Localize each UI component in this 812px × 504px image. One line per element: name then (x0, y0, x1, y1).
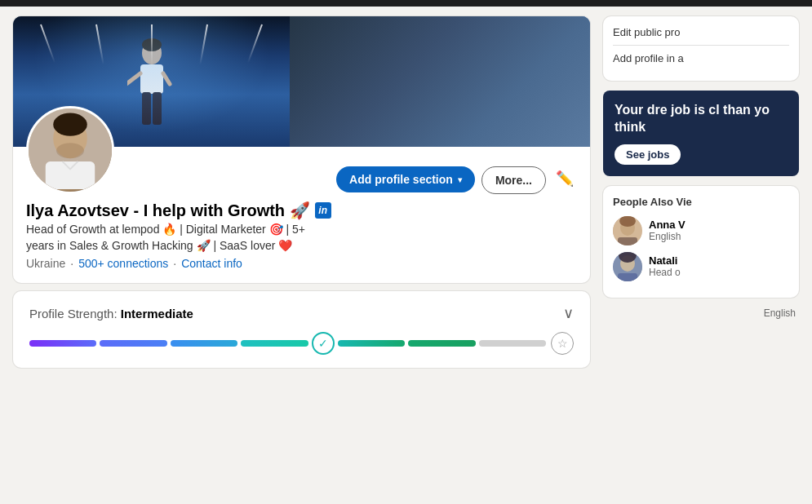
connections-link[interactable]: 500+ connections (78, 257, 168, 270)
svg-rect-29 (46, 161, 95, 189)
strength-level: Intermediate (121, 307, 193, 321)
svg-line-5 (163, 73, 170, 84)
bar-segment-2 (100, 340, 166, 347)
people-also-viewed-section: People Also Vie Anna V English (603, 186, 799, 298)
person-row-anna: Anna V English (613, 216, 789, 245)
person-info-natali: Natali Head o (649, 254, 789, 278)
person-info-anna: Anna V English (649, 219, 789, 242)
strength-label: Profile Strength: Intermediate (29, 307, 193, 321)
headline-line2: years in Sales & Growth Hacking 🚀 | SaaS… (26, 239, 292, 252)
separator-dot-2: · (173, 257, 176, 270)
strength-check-indicator: ✓ (312, 332, 335, 355)
right-card-links: Edit public pro Add profile in a (603, 16, 799, 81)
avatar (26, 106, 114, 194)
edit-public-profile-link[interactable]: Edit public pro (613, 26, 789, 38)
person-avatar-anna (613, 216, 642, 245)
bar-segment-1 (29, 340, 96, 347)
profile-meta: Ukraine · 500+ connections · Contact inf… (26, 257, 577, 270)
bar-segments: ✓ (29, 332, 546, 355)
see-jobs-button[interactable]: See jobs (615, 144, 681, 165)
stage-lights (13, 24, 290, 65)
profile-actions: Add profile section ▾ More... ✏️ (336, 166, 577, 194)
job-advertisement: Your dre job is cl than yo think See job… (603, 91, 799, 176)
svg-rect-6 (142, 92, 151, 125)
cover-right (290, 16, 590, 147)
stage-light (40, 24, 55, 64)
profile-header: Ilya Azovtsev - I help with Growth 🚀 in … (26, 201, 577, 270)
person-name-anna: Anna V (649, 219, 789, 231)
add-section-label: Add profile section (349, 173, 453, 186)
language-footer: English (603, 307, 799, 319)
profile-name: Ilya Azovtsev - I help with Growth 🚀 in (26, 201, 577, 220)
strength-label-text: Profile Strength: (29, 307, 121, 321)
svg-point-28 (56, 143, 84, 158)
person-title-anna: English (649, 231, 789, 242)
svg-rect-37 (618, 273, 637, 281)
location-text: Ukraine (26, 257, 65, 270)
add-profile-language-link[interactable]: Add profile in a (613, 52, 789, 64)
left-column: Add profile section ▾ More... ✏️ Ilya Az… (13, 16, 590, 494)
natali-avatar-svg (613, 252, 642, 281)
profile-name-block: Ilya Azovtsev - I help with Growth 🚀 in … (26, 201, 577, 270)
profile-card: Add profile section ▾ More... ✏️ Ilya Az… (13, 16, 590, 283)
job-ad-text: Your dre job is cl than yo think (615, 102, 788, 136)
linkedin-icon: in (315, 202, 331, 219)
chevron-down-icon: ▾ (458, 175, 462, 184)
bar-segment-7 (479, 340, 546, 347)
contact-info-link[interactable]: Contact info (181, 257, 242, 270)
top-bar (0, 0, 812, 7)
svg-rect-2 (140, 64, 163, 94)
people-also-viewed-title: People Also Vie (613, 196, 789, 208)
svg-point-27 (53, 113, 87, 136)
right-column: Edit public pro Add profile in a Your dr… (603, 16, 799, 494)
separator-dot: · (70, 257, 73, 270)
person-row-natali: Natali Head o (613, 252, 789, 281)
add-profile-section-button[interactable]: Add profile section ▾ (336, 166, 475, 192)
profile-headline: Head of Growth at lempod 🔥 | Digital Mar… (26, 222, 577, 254)
strength-bar: ✓ ☆ (29, 332, 574, 355)
headline-line1: Head of Growth at lempod 🔥 | Digital Mar… (26, 223, 305, 236)
star-button[interactable]: ☆ (551, 332, 574, 355)
stage-light (247, 24, 263, 64)
stage-light (95, 24, 104, 65)
divider (613, 45, 789, 46)
stage-light (199, 24, 208, 65)
person-avatar-natali (613, 252, 642, 281)
bar-segment-4 (241, 340, 308, 347)
bar-segment-6 (408, 340, 475, 347)
anna-avatar-svg (613, 216, 642, 245)
pencil-icon: ✏️ (556, 170, 574, 187)
person-name-natali: Natali (649, 254, 789, 267)
svg-rect-33 (618, 237, 637, 245)
bar-segment-3 (171, 340, 237, 347)
stage-light (151, 24, 153, 65)
profile-info-section: Add profile section ▾ More... ✏️ Ilya Az… (13, 147, 590, 283)
more-button[interactable]: More... (481, 166, 546, 194)
strength-title-row: Profile Strength: Intermediate ∨ (29, 304, 574, 322)
person-title-natali: Head o (649, 267, 789, 278)
name-text: Ilya Azovtsev - I help with Growth 🚀 (26, 201, 310, 220)
svg-rect-7 (153, 92, 162, 125)
strength-collapse-button[interactable]: ∨ (563, 304, 574, 322)
profile-strength-card: Profile Strength: Intermediate ∨ ✓ ☆ (13, 291, 590, 368)
edit-profile-button[interactable]: ✏️ (552, 166, 577, 191)
language-label: English (764, 307, 796, 319)
svg-line-3 (127, 73, 140, 86)
avatar-svg (29, 108, 112, 192)
bar-segment-5 (338, 340, 405, 347)
